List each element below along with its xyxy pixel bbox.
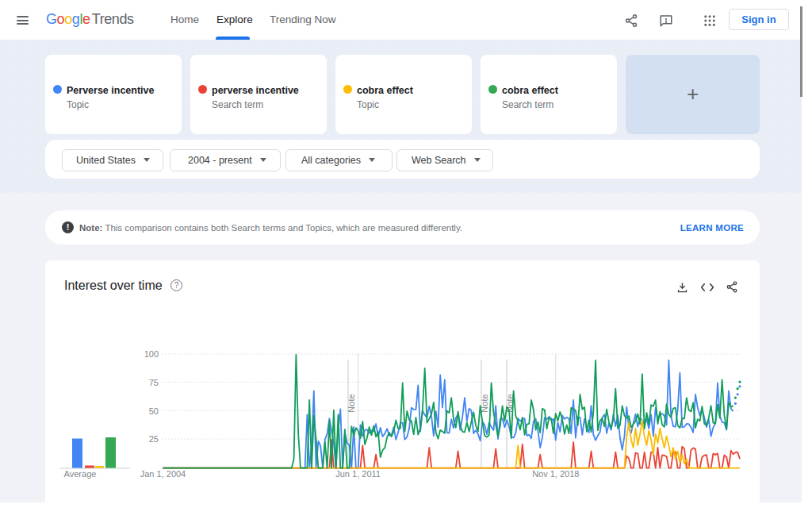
svg-text:100: 100 [144,349,159,359]
svg-text:75: 75 [149,378,159,387]
svg-text:25: 25 [149,434,159,444]
svg-text:Average: Average [64,469,97,479]
svg-text:Jun 1, 2011: Jun 1, 2011 [335,469,381,479]
svg-text:50: 50 [149,406,159,416]
svg-text:Note: Note [347,394,356,412]
svg-text:Jan 1, 2004: Jan 1, 2004 [140,469,186,479]
svg-text:Nov 1, 2018: Nov 1, 2018 [532,469,579,479]
